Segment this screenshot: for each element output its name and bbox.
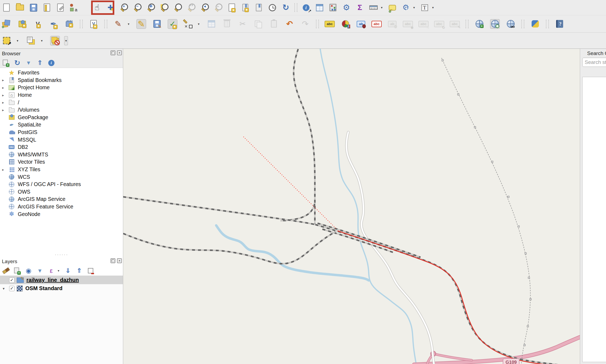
new-map-view-button[interactable] xyxy=(227,3,237,12)
collapse-all-button[interactable]: ⇑ xyxy=(75,267,83,274)
browser-collapse-all-button[interactable]: ⇑ xyxy=(36,59,44,67)
open-attribute-table-button[interactable] xyxy=(315,3,324,12)
sidebar-item-mssql[interactable]: MSSQL xyxy=(0,136,123,143)
text-annotation-button[interactable]: T xyxy=(420,3,429,12)
osm-place-search-button[interactable] xyxy=(506,19,515,29)
open-project-button[interactable] xyxy=(15,3,25,12)
filter-by-expression-button[interactable]: ε xyxy=(47,267,55,274)
text-annotation-dropdown[interactable]: ▾ xyxy=(431,6,435,9)
sidebar-item-favorites[interactable]: ★Favorites xyxy=(0,69,123,77)
new-shapefile-layer-button[interactable]: V xyxy=(33,19,43,29)
python-console-button[interactable] xyxy=(530,19,540,29)
new-print-layout-button[interactable] xyxy=(42,3,52,12)
save-project-button[interactable] xyxy=(29,3,38,12)
remove-layer-button[interactable] xyxy=(87,267,94,274)
highlight-pinned-labels-button[interactable]: abc xyxy=(372,19,381,29)
search-qms-input[interactable] xyxy=(582,58,606,67)
browser-properties-button[interactable]: i xyxy=(47,59,55,67)
zoom-out-button[interactable]: − xyxy=(133,3,142,12)
qms-search-button[interactable] xyxy=(490,19,500,29)
measure-line-dropdown[interactable]: ▾ xyxy=(380,6,384,9)
deselect-features-all-layers-dropdown[interactable]: ▾ xyxy=(64,36,68,45)
style-manager-button[interactable]: a xyxy=(69,3,79,12)
sidebar-item-home[interactable]: ▸⌂Home xyxy=(0,91,123,99)
layer-row-osm-standard[interactable]: ▾✓OSM Standard xyxy=(0,284,123,293)
expand-arrow-icon[interactable]: ▸ xyxy=(2,167,8,172)
pan-to-selection-button[interactable]: ✚ xyxy=(106,3,115,12)
add-group-button[interactable] xyxy=(13,267,21,274)
sidebar-item-arcgis-feature-service[interactable]: ArcGIS Feature Service xyxy=(0,203,123,211)
layers-close-button[interactable]: ✕ xyxy=(117,258,122,263)
sidebar-item-project-home[interactable]: ▸Project Home xyxy=(0,84,123,91)
help-button[interactable]: ? xyxy=(555,19,564,29)
zoom-to-layer-button[interactable] xyxy=(173,3,183,12)
expand-arrow-icon[interactable]: ▸ xyxy=(2,100,8,105)
sidebar-item-volumes[interactable]: ▸/Volumes xyxy=(0,106,123,114)
layer-expand-arrow[interactable]: ▾ xyxy=(3,286,9,291)
zoom-in-button[interactable]: + xyxy=(119,3,129,12)
vertex-tool-dropdown[interactable]: ▾ xyxy=(197,22,201,26)
sidebar-item-spatialite[interactable]: ✒SpatiaLite xyxy=(0,121,123,129)
current-edits-button[interactable]: ✎ xyxy=(113,19,123,29)
toggle-editing-button[interactable]: ✎ xyxy=(136,19,146,29)
temporal-controller-button[interactable] xyxy=(267,3,277,12)
pin-unpin-labels-button[interactable]: ab xyxy=(356,19,366,29)
expand-all-button[interactable]: ⇓ xyxy=(64,267,72,274)
sidebar-item-wcs[interactable]: WCS xyxy=(0,173,123,181)
sidebar-item-postgis[interactable]: PostGIS xyxy=(0,129,123,136)
identify-features-button[interactable]: i xyxy=(301,3,311,12)
sidebar-item-vector-tiles[interactable]: Vector Tiles xyxy=(0,158,123,166)
layer-labeling-options-button[interactable]: abc xyxy=(325,19,335,29)
browser-filter-button[interactable]: ▼ xyxy=(25,59,32,67)
processing-toolbox-button[interactable]: ⚙ xyxy=(342,3,351,12)
map-canvas[interactable]: G109 xyxy=(123,49,580,364)
sidebar-item-geopackage[interactable]: GeoPackage xyxy=(0,114,123,121)
undo-button[interactable]: ↶ xyxy=(285,19,294,29)
sidebar-item-arcgis-map-service[interactable]: ArcGIS Map Service xyxy=(0,195,123,203)
measure-line-button[interactable] xyxy=(369,3,378,12)
browser-refresh-button[interactable]: ↻ xyxy=(13,59,21,67)
select-features-by-area-dropdown[interactable]: ▾ xyxy=(16,39,19,43)
sidebar-item-xyz-tiles[interactable]: ▸XYZ Tiles xyxy=(0,166,123,173)
select-features-by-value-button[interactable] xyxy=(26,36,36,46)
browser-add-selected-layers-button[interactable] xyxy=(2,59,10,67)
sidebar-item-wfs-ogc-api-features[interactable]: WFS / OGC API - Features xyxy=(0,181,123,188)
new-spatialite-layer-button[interactable]: ✒ xyxy=(49,19,58,29)
add-line-feature-button[interactable]: ✓ xyxy=(168,19,177,29)
current-edits-dropdown[interactable]: ▾ xyxy=(127,22,130,26)
new-project-button[interactable] xyxy=(2,3,11,12)
select-features-by-area-button[interactable] xyxy=(2,36,11,46)
open-layer-styling-button[interactable] xyxy=(2,267,10,274)
new-geopackage-layer-button[interactable] xyxy=(17,19,27,29)
pan-map-button[interactable]: ☝ xyxy=(92,3,102,12)
sidebar-item-ows[interactable]: OWS xyxy=(0,188,123,196)
sidebar-item-wms-wmts[interactable]: WMS/WMTS xyxy=(0,151,123,159)
show-spatial-bookmarks-button[interactable] xyxy=(254,3,264,12)
sidebar-item-db2[interactable]: DB2DB2 xyxy=(0,143,123,151)
new-virtual-layer-button[interactable]: V xyxy=(89,19,98,29)
save-layer-edits-button[interactable]: ✎ xyxy=(152,19,162,29)
vertex-tool-button[interactable]: ✕ xyxy=(183,19,193,29)
qms-add-layer-button[interactable] xyxy=(474,19,484,29)
zoom-to-selection-button[interactable] xyxy=(160,3,169,12)
map-tips-button[interactable] xyxy=(387,3,397,12)
manage-map-themes-button[interactable]: ◉ xyxy=(25,267,32,274)
select-features-by-value-dropdown[interactable]: ▾ xyxy=(40,39,44,43)
sidebar-item-spatial-bookmarks[interactable]: ▸Spatial Bookmarks xyxy=(0,77,123,84)
refresh-map-button[interactable]: ↻ xyxy=(281,3,291,12)
layer-diagram-options-button[interactable] xyxy=(340,19,350,29)
browser-float-button[interactable] xyxy=(111,50,115,55)
browser-close-button[interactable]: ✕ xyxy=(117,50,122,55)
expand-arrow-icon[interactable]: ▸ xyxy=(2,108,8,112)
statistical-summary-button[interactable] xyxy=(328,3,338,12)
layers-float-button[interactable] xyxy=(111,258,115,263)
show-sum-features-button[interactable]: Σ xyxy=(355,3,365,12)
deselect-features-all-layers-button[interactable] xyxy=(50,36,60,46)
run-feature-action-button[interactable]: ⚙ xyxy=(401,3,411,12)
expand-arrow-icon[interactable]: ▸ xyxy=(2,93,8,97)
filter-by-expression-dropdown[interactable]: ▾ xyxy=(57,269,60,273)
new-scratch-layer-button[interactable] xyxy=(64,19,74,29)
show-layout-manager-button[interactable] xyxy=(56,3,65,12)
search-qms-results[interactable] xyxy=(582,77,606,362)
data-source-manager-button[interactable]: + xyxy=(2,19,11,29)
